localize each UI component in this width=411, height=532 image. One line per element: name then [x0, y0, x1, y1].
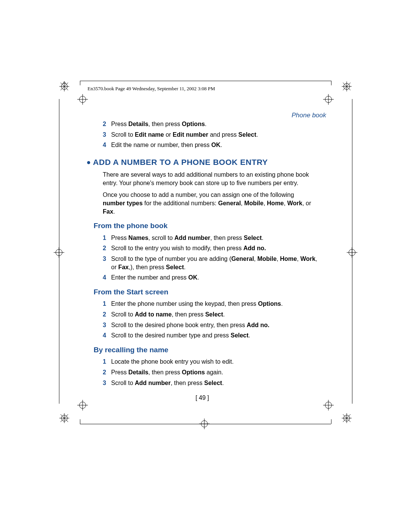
header-info: En3570.book Page 49 Wednesday, September… [88, 86, 215, 92]
page-number: [ 49 ] [87, 394, 318, 402]
step-item: 1Press Names, scroll to Add number, then… [103, 234, 318, 242]
registration-mark-icon [323, 94, 334, 105]
page-content: 2Press Details, then press Options.3Scro… [103, 120, 318, 402]
registration-mark-icon [77, 400, 88, 411]
step-item: 4Edit the name or number, then press OK. [103, 141, 318, 149]
sunburst-icon [58, 80, 70, 93]
step-item: 4Scroll to the desired number type and p… [103, 331, 318, 340]
step-item: 2Scroll to the entry you wish to modify,… [103, 244, 318, 252]
sunburst-icon [58, 412, 70, 424]
svg-line-6 [64, 81, 66, 84]
step-item: 2Press Details, then press Options. [103, 120, 318, 128]
registration-mark-icon [199, 419, 210, 429]
intro-para-1: There are several ways to add additional… [103, 171, 318, 187]
subsection-title: By recalling the name [94, 345, 318, 355]
step-item: 3Scroll to Add number, then press Select… [103, 379, 318, 387]
step-item: 4Enter the number and press OK. [103, 273, 318, 282]
intro-para-2: Once you choose to add a number, you can… [103, 191, 318, 216]
registration-mark-icon [54, 247, 64, 258]
step-item: 3Scroll to the desired phone book entry,… [103, 321, 318, 329]
svg-line-5 [62, 81, 64, 84]
section-label: Phone book [292, 112, 326, 119]
registration-mark-icon [347, 247, 357, 258]
sunburst-icon [341, 412, 353, 424]
step-item: 3Scroll to Edit name or Edit number and … [103, 131, 318, 139]
registration-mark-icon [323, 400, 334, 411]
step-item: 1Locate the phone book entry you wish to… [103, 358, 318, 366]
step-item: 3Scroll to the type of number you are ad… [103, 255, 318, 271]
step-item: 1Enter the phone number using the keypad… [103, 300, 318, 308]
sunburst-icon [341, 80, 353, 93]
heading-add-number: •ADD A NUMBER TO A PHONE BOOK ENTRY [87, 157, 318, 168]
step-item: 2Press Details, then press Options again… [103, 368, 318, 377]
step-item: 2Scroll to Add to name, then press Selec… [103, 310, 318, 319]
subsection-title: From the Start screen [94, 287, 318, 297]
registration-mark-icon [77, 94, 88, 105]
subsection-title: From the phone book [94, 221, 318, 231]
